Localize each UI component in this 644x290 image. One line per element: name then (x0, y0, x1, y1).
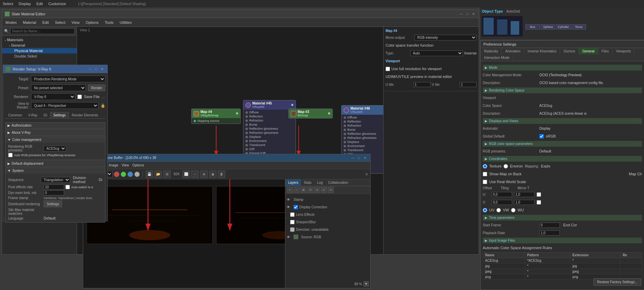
pref-tab-gizmos[interactable]: Gizmos (560, 48, 579, 54)
rs-default-displacement-header[interactable]: ▶ Default displacement (5, 161, 105, 166)
vfb-remove-layer-button[interactable]: − (294, 187, 300, 193)
pref-u-tiling-input[interactable] (514, 192, 535, 197)
pref-v-offset-input[interactable] (492, 200, 512, 205)
slate-menu-view[interactable]: View (70, 20, 81, 25)
rs-auto-rgb-checkbox[interactable] (8, 153, 13, 157)
rs-post-effects-input[interactable] (44, 184, 64, 190)
pref-tab-viewports[interactable]: Viewports (613, 48, 635, 54)
srp-full-res-checkbox[interactable] (386, 67, 390, 71)
pref-section-rendering-color-space[interactable]: ▶ Rendering Color Space (483, 87, 642, 93)
vfb-sharpen-blur-checkbox[interactable] (290, 220, 295, 224)
prim-box[interactable]: Box (525, 24, 540, 30)
pref-wu-radio[interactable] (511, 208, 515, 212)
srp-u-input[interactable] (414, 82, 431, 87)
menu-customize[interactable]: Customize (48, 2, 66, 6)
vfb-redo-button[interactable]: ↪ (328, 187, 334, 193)
vfb-green-channel-button[interactable] (121, 172, 126, 177)
vfb-duplicate-layer-button[interactable]: ⧉ (300, 187, 306, 193)
vfb-pan-button[interactable]: ↔ (191, 171, 199, 178)
pref-real-world-checkbox[interactable] (483, 180, 487, 184)
pref-tab-radiosity[interactable]: Radiosity (481, 48, 502, 54)
pref-texture-radio[interactable] (483, 164, 487, 168)
pref-show-map-back-checkbox[interactable] (483, 172, 487, 176)
pref-section-time-params[interactable]: ▶ Time parameters (483, 215, 642, 221)
pref-playback-input[interactable] (539, 230, 560, 236)
rs-minimize-button[interactable]: — (88, 67, 92, 71)
slate-menu-utilities[interactable]: Utilities (118, 20, 133, 25)
pref-section-input-image[interactable]: ▶ Input Image Files (483, 238, 642, 243)
slate-maximize-button[interactable]: □ (465, 12, 470, 16)
prim-cylinder[interactable]: Cylinder (556, 24, 571, 30)
map3-close-icon[interactable]: ✕ (328, 112, 330, 115)
vfb-tab-log[interactable]: Log (314, 179, 326, 186)
vfb-menu-view[interactable]: View (122, 163, 129, 167)
pref-tab-animation[interactable]: Animation (502, 48, 524, 54)
vfb-zoom-menu-button[interactable]: ▼ (363, 281, 369, 287)
vfb-display-correction-checkbox[interactable] (294, 205, 298, 209)
rs-system-header[interactable]: ▼ System (5, 168, 105, 174)
vfb-lens-effects-checkbox[interactable] (290, 212, 295, 217)
vfb-minimize-button[interactable]: — (350, 156, 355, 160)
map4-close-icon[interactable]: ✕ (236, 112, 238, 115)
slate-minimize-button[interactable]: — (459, 12, 464, 16)
vfb-open-button[interactable]: 📂 (154, 171, 162, 178)
tree-item-general[interactable]: - General (2, 43, 77, 48)
prim-torus[interactable]: Torus (571, 24, 586, 30)
node-map3[interactable]: Map #3 Bitmap ✕ (288, 109, 333, 118)
tree-item-materials[interactable]: - Materials (2, 37, 77, 43)
rs-color-mgmt-header[interactable]: ▼ Color management (5, 137, 105, 143)
vfb-save-button[interactable]: 💾 (146, 171, 153, 178)
vfb-menu-options[interactable]: Options (132, 163, 144, 167)
slate-close-button[interactable]: ✕ (471, 12, 476, 16)
rs-render-button[interactable]: Render (88, 84, 105, 91)
pref-tab-files[interactable]: Files (598, 48, 613, 54)
vfb-clear-button[interactable]: 🗑 (218, 171, 225, 178)
slate-menu-edit[interactable]: Edit (41, 20, 50, 25)
pref-section-rgb-color-space[interactable]: ▶ RGB color space parameters (483, 141, 642, 147)
restore-factory-settings-button[interactable]: Restore Factory Settings... (594, 278, 641, 286)
rs-authorization-header[interactable]: ▶ Authorization (5, 123, 105, 128)
mat45-close-icon[interactable]: ✕ (291, 103, 294, 107)
menu-edit[interactable]: Edit (36, 2, 43, 6)
rs-preset-select[interactable]: No preset selected (31, 84, 86, 91)
rs-auto-switch-checkbox[interactable] (65, 185, 70, 189)
vfb-tab-stats[interactable]: Stats (301, 179, 314, 186)
pref-vw-radio[interactable] (496, 208, 501, 212)
slate-menu-options[interactable]: Options (84, 20, 100, 25)
rs-close-button[interactable]: ✕ (100, 67, 105, 71)
vfb-merge-layer-button[interactable]: ⊓ (307, 187, 313, 193)
rs-maximize-button[interactable]: □ (94, 67, 99, 71)
vfb-zoom-fit-button[interactable]: ⊕ (200, 171, 208, 178)
pref-u-offset-input[interactable] (492, 192, 512, 197)
pref-section-mode[interactable]: ▶ Mode (483, 65, 642, 70)
tree-item-double-sided[interactable]: Double Sided (2, 53, 77, 59)
vfb-red-channel-button[interactable] (114, 172, 119, 177)
pref-u-mirror-checkbox[interactable] (537, 192, 541, 197)
vfb-close-button[interactable]: ✕ (363, 156, 368, 160)
srp-mono-output-select[interactable]: RGB intensity (415, 35, 477, 41)
rs-dyn-mem-input[interactable] (44, 190, 64, 195)
vfb-compare-button[interactable]: ◑ (209, 171, 216, 178)
pref-section-coordinates[interactable]: ▶ Coordinates (483, 156, 642, 162)
pref-global-default-checkbox[interactable] (539, 134, 544, 139)
search-input[interactable] (10, 28, 75, 34)
pref-tab-interaction[interactable]: Interaction Mode (481, 54, 513, 61)
pref-v-tiling-input[interactable] (514, 200, 535, 205)
slate-menu-tools[interactable]: Tools (103, 20, 115, 25)
vfb-layers-button[interactable]: ⊞ (163, 171, 171, 178)
rs-sequence-select[interactable]: Triangulation (41, 177, 70, 183)
pref-uv-radio[interactable] (483, 208, 487, 212)
prim-sphere[interactable]: Sphere (541, 24, 555, 30)
vfb-render-view[interactable] (83, 179, 285, 288)
rs-about-vray-header[interactable]: ▶ About V-Ray (5, 130, 105, 135)
pref-tab-ik[interactable]: Inverse Kinematics (524, 48, 560, 54)
rs-tab-vray[interactable]: V-Ray (25, 112, 41, 118)
node-map4[interactable]: Map #4 VRayBitmap ✕ Mapping source (191, 109, 241, 124)
slate-menu-material[interactable]: Material (21, 20, 38, 25)
menu-select[interactable]: Select (3, 2, 13, 6)
vfb-maximize-button[interactable]: □ (357, 156, 361, 160)
pref-start-frame-input[interactable] (539, 223, 560, 228)
vfb-alpha-channel-button[interactable] (134, 172, 140, 177)
vfb-tab-collaboration[interactable]: Collaboration (326, 179, 351, 186)
rs-tab-settings[interactable]: Settings (50, 112, 69, 118)
